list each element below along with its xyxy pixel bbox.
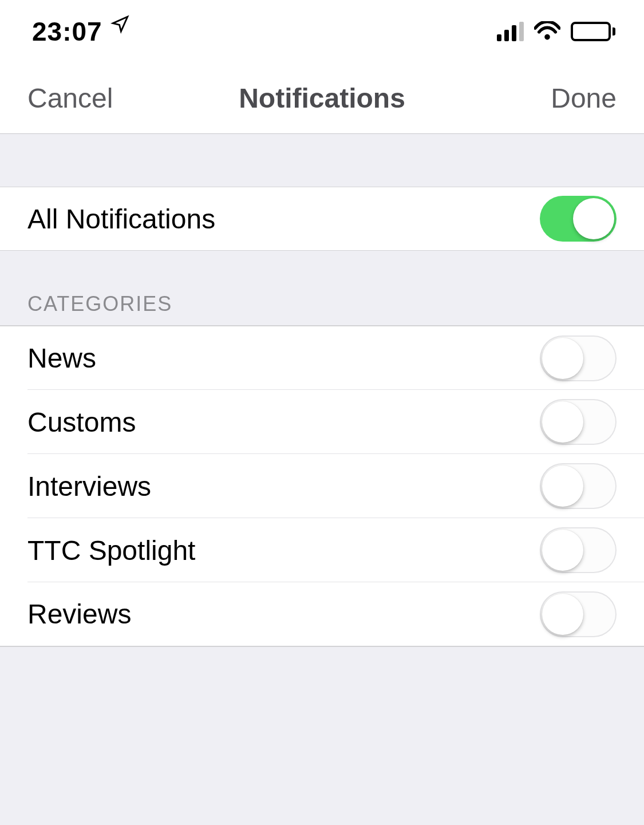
- category-label: Reviews: [27, 598, 131, 630]
- page-title: Notifications: [131, 82, 513, 114]
- status-time: 23:07: [32, 16, 102, 47]
- category-row-ttc-spotlight: TTC Spotlight: [0, 518, 644, 582]
- cancel-button[interactable]: Cancel: [27, 82, 131, 114]
- category-row-news: News: [0, 326, 644, 390]
- done-button[interactable]: Done: [513, 82, 617, 114]
- category-label: News: [27, 342, 96, 374]
- all-notifications-row: All Notifications: [0, 187, 644, 251]
- svg-point-0: [544, 34, 550, 40]
- all-notifications-label: All Notifications: [27, 203, 215, 235]
- screen: 23:07: [0, 0, 644, 825]
- category-toggle-ttc-spotlight[interactable]: [540, 527, 617, 573]
- category-label: Interviews: [27, 471, 151, 502]
- section-gap: [0, 134, 644, 187]
- location-arrow-icon: [110, 13, 130, 39]
- status-left: 23:07: [32, 16, 130, 47]
- bottom-fill: [0, 647, 644, 825]
- category-label: TTC Spotlight: [27, 535, 195, 566]
- category-toggle-news[interactable]: [540, 335, 617, 381]
- category-row-interviews: Interviews: [0, 454, 644, 518]
- categories-header: CATEGORIES: [0, 251, 644, 325]
- wifi-icon: [534, 21, 560, 42]
- category-row-customs: Customs: [0, 390, 644, 454]
- battery-icon: [571, 22, 615, 41]
- category-label: Customs: [27, 406, 136, 438]
- status-right: [497, 21, 615, 42]
- category-row-reviews: Reviews: [0, 582, 644, 646]
- category-toggle-interviews[interactable]: [540, 463, 617, 509]
- status-bar: 23:07: [0, 0, 644, 63]
- cellular-signal-icon: [497, 22, 524, 41]
- categories-list: News Customs Interviews TTC Spotlight Re…: [0, 325, 644, 647]
- all-notifications-toggle[interactable]: [540, 196, 617, 242]
- category-toggle-customs[interactable]: [540, 399, 617, 445]
- nav-bar: Cancel Notifications Done: [0, 63, 644, 134]
- category-toggle-reviews[interactable]: [540, 591, 617, 637]
